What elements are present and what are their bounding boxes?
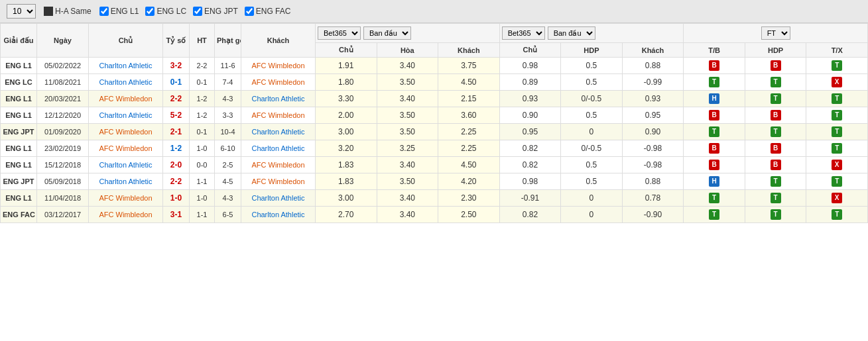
cell-league: ENG JPT	[1, 173, 37, 190]
cell-away[interactable]: AFC Wimbledon	[241, 173, 316, 190]
away-team-link[interactable]: AFC Wimbledon	[251, 78, 304, 86]
ft-select[interactable]: FT	[761, 26, 790, 40]
cell-home[interactable]: AFC Wimbledon	[89, 140, 163, 157]
home-team-link[interactable]: AFC Wimbledon	[99, 211, 152, 219]
cell-away[interactable]: AFC Wimbledon	[241, 157, 316, 173]
engfac-filter[interactable]: ENG FAC	[245, 7, 291, 16]
home-team-link[interactable]: Charlton Athletic	[99, 161, 152, 169]
cell-odds3: 2.25	[438, 140, 500, 157]
away-team-link[interactable]: AFC Wimbledon	[251, 111, 304, 119]
col-league-header: Giải đấu	[1, 24, 37, 58]
cell-home[interactable]: Charlton Athletic	[89, 173, 163, 190]
cell-odds3: 2.15	[438, 91, 500, 107]
englc-filter[interactable]: ENG LC	[145, 7, 186, 16]
home-team-link[interactable]: AFC Wimbledon	[99, 194, 152, 202]
bet1b-select[interactable]: Ban đầu	[363, 26, 411, 40]
cell-away[interactable]: Charlton Athletic	[241, 190, 316, 207]
cell-away[interactable]: Charlton Athletic	[241, 91, 316, 107]
away-team-link[interactable]: Charlton Athletic	[251, 128, 304, 136]
home-team-link[interactable]: AFC Wimbledon	[99, 128, 152, 136]
cell-hdp2: B	[745, 107, 806, 124]
away-team-link[interactable]: AFC Wimbledon	[251, 62, 304, 70]
cell-score: 5-2	[163, 107, 190, 124]
away-team-link[interactable]: Charlton Athletic	[251, 211, 304, 219]
away-team-link[interactable]: AFC Wimbledon	[251, 161, 304, 169]
home-team-link[interactable]: Charlton Athletic	[99, 177, 152, 185]
bet2-select[interactable]: Bet365	[502, 26, 545, 40]
engl1-filter[interactable]: ENG L1	[99, 7, 139, 16]
cell-home[interactable]: AFC Wimbledon	[89, 190, 163, 207]
cell-home[interactable]: Charlton Athletic	[89, 107, 163, 124]
bet2b-select[interactable]: Ban đầu	[548, 26, 595, 40]
away-team-link[interactable]: AFC Wimbledon	[251, 177, 304, 185]
cell-odds3: 2.25	[438, 124, 500, 140]
cell-hdp: 0.5	[561, 107, 623, 124]
cell-away[interactable]: AFC Wimbledon	[241, 74, 316, 91]
engjpt-checkbox[interactable]	[193, 7, 202, 16]
cell-ht: 1-2	[190, 107, 215, 124]
table-row: ENG L1 23/02/2019 AFC Wimbledon 1-2 1-0 …	[1, 140, 868, 157]
cell-away[interactable]: AFC Wimbledon	[241, 107, 316, 124]
cell-home[interactable]: AFC Wimbledon	[89, 91, 163, 107]
cell-odds2: 3.50	[377, 124, 438, 140]
engl1-checkbox[interactable]	[99, 7, 109, 16]
home-team-link[interactable]: AFC Wimbledon	[99, 95, 152, 103]
cell-league: ENG L1	[1, 190, 37, 207]
cell-odds4: 0.98	[499, 58, 561, 74]
cell-away[interactable]: Charlton Athletic	[241, 207, 316, 223]
table-row: ENG L1 11/04/2018 AFC Wimbledon 1-0 1-0 …	[1, 190, 868, 207]
cell-date: 12/12/2020	[37, 107, 89, 124]
cell-score: 3-1	[163, 207, 190, 223]
cell-odds1: 3.20	[316, 140, 377, 157]
cell-odds4: 0.82	[499, 157, 561, 173]
cell-date: 03/12/2017	[37, 207, 89, 223]
away-team-link[interactable]: Charlton Athletic	[251, 95, 304, 103]
englc-checkbox[interactable]	[145, 7, 155, 16]
cell-odds2: 3.40	[377, 157, 438, 173]
home-team-link[interactable]: AFC Wimbledon	[99, 144, 152, 152]
count-select[interactable]: 10 20	[7, 4, 36, 19]
bet1-group-header: Bet365 Ban đầu	[316, 24, 500, 43]
away-team-link[interactable]: Charlton Athletic	[251, 144, 304, 152]
cell-odds3: 3.75	[438, 58, 500, 74]
cell-odds2: 3.50	[377, 107, 438, 124]
home-team-link[interactable]: Charlton Athletic	[99, 78, 152, 86]
home-team-link[interactable]: Charlton Athletic	[99, 111, 152, 119]
bet1-select[interactable]: Bet365	[318, 26, 361, 40]
cell-ht: 0-0	[190, 157, 215, 173]
cell-home[interactable]: AFC Wimbledon	[89, 124, 163, 140]
cell-home[interactable]: Charlton Athletic	[89, 74, 163, 91]
col-date-header: Ngày	[37, 24, 89, 58]
cell-away[interactable]: AFC Wimbledon	[241, 58, 316, 74]
cell-away[interactable]: Charlton Athletic	[241, 124, 316, 140]
cell-odds5: -0.98	[622, 140, 684, 157]
sub-hdp: HDP	[561, 43, 623, 58]
cell-corner: 6-10	[215, 140, 241, 157]
cell-tx: T	[806, 91, 868, 107]
cell-tx: T	[806, 173, 868, 190]
cell-league: ENG FAC	[1, 207, 37, 223]
cell-odds1: 1.83	[316, 157, 377, 173]
englc-label: ENG LC	[156, 7, 186, 16]
cell-home[interactable]: Charlton Athletic	[89, 58, 163, 74]
cell-away[interactable]: Charlton Athletic	[241, 140, 316, 157]
table-row: ENG LC 11/08/2021 Charlton Athletic 0-1 …	[1, 74, 868, 91]
engfac-checkbox[interactable]	[245, 7, 254, 16]
cell-odds1: 3.30	[316, 91, 377, 107]
cell-odds2: 3.40	[377, 207, 438, 223]
cell-hdp2: T	[745, 173, 806, 190]
cell-score: 1-0	[163, 190, 190, 207]
engjpt-filter[interactable]: ENG JPT	[193, 7, 238, 16]
cell-ht: 1-0	[190, 190, 215, 207]
away-team-link[interactable]: Charlton Athletic	[251, 194, 304, 202]
home-team-link[interactable]: Charlton Athletic	[99, 62, 152, 70]
cell-odds4: 0.82	[499, 207, 561, 223]
col-corner-header: Phạt góc	[215, 24, 241, 58]
cell-corner: 11-6	[215, 58, 241, 74]
cell-odds5: 0.95	[622, 107, 684, 124]
cell-home[interactable]: AFC Wimbledon	[89, 207, 163, 223]
cell-home[interactable]: Charlton Athletic	[89, 157, 163, 173]
cell-hdp2: T	[745, 207, 806, 223]
cell-league: ENG L1	[1, 58, 37, 74]
cell-corner: 7-4	[215, 74, 241, 91]
